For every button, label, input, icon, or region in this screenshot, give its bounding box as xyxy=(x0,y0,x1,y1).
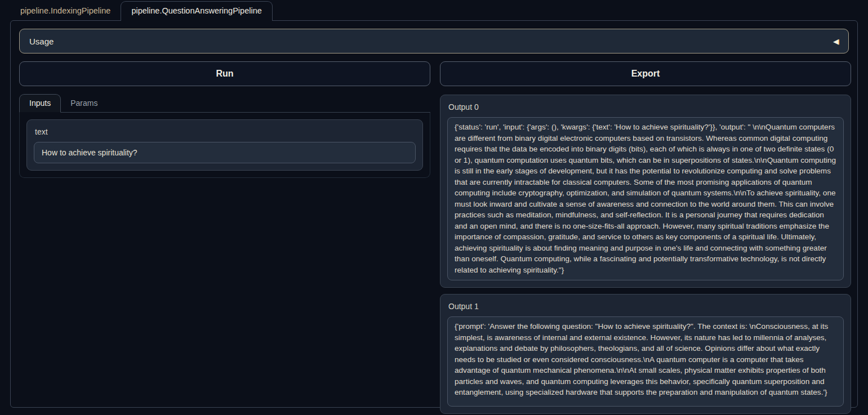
run-button[interactable]: Run xyxy=(19,61,430,86)
export-button[interactable]: Export xyxy=(440,61,851,86)
output-1-group: Output 1 {'prompt': 'Answer the followin… xyxy=(440,294,851,414)
inputs-params-tabbar: Inputs Params xyxy=(19,95,430,113)
pipeline-tabnav: pipeline.IndexingPipeline pipeline.Quest… xyxy=(10,0,868,20)
input-column: Run Inputs Params text xyxy=(19,61,430,415)
output-1-label: Output 1 xyxy=(448,302,843,311)
output-column: Export Output 0 {'status': 'run', 'input… xyxy=(440,61,851,415)
output-0-textbox[interactable]: {'status': 'run', 'input': {'args': (), … xyxy=(447,117,844,280)
text-input[interactable] xyxy=(34,142,416,163)
output-0-label: Output 0 xyxy=(448,102,843,111)
text-field-label: text xyxy=(35,127,415,136)
tab-indexing-pipeline[interactable]: pipeline.IndexingPipeline xyxy=(10,2,121,20)
question-answering-panel: Usage ◀ Run Inputs Params text Export Ou… xyxy=(10,20,858,408)
usage-accordion-label: Usage xyxy=(29,37,54,46)
inputs-tabpanel: text xyxy=(19,113,430,178)
tab-inputs[interactable]: Inputs xyxy=(19,94,61,113)
text-field-group: text xyxy=(26,119,423,171)
output-1-textbox[interactable]: {'prompt': 'Answer the following questio… xyxy=(447,316,844,407)
tab-params[interactable]: Params xyxy=(61,95,107,112)
usage-accordion[interactable]: Usage ◀ xyxy=(19,29,849,53)
output-0-group: Output 0 {'status': 'run', 'input': {'ar… xyxy=(440,95,851,288)
tab-question-answering-pipeline[interactable]: pipeline.QuestionAnsweringPipeline xyxy=(121,1,272,21)
accordion-collapse-icon: ◀ xyxy=(833,37,839,46)
